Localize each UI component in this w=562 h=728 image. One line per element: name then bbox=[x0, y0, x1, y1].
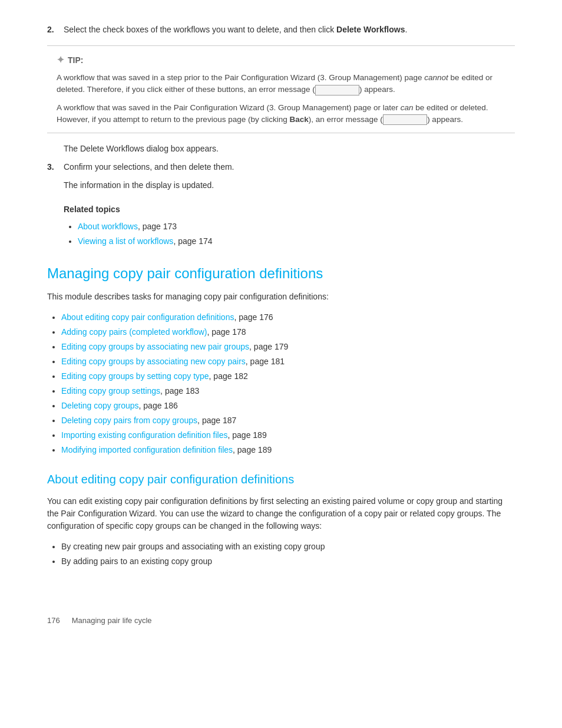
subsection-bullets: By creating new pair groups and associat… bbox=[47, 541, 515, 568]
related-topic-1-link[interactable]: About workflows bbox=[78, 222, 138, 231]
tip-p2-italic: can bbox=[401, 103, 414, 112]
tip-box: ✦ TIP: A workflow that was saved in a st… bbox=[47, 45, 515, 133]
update-text: The information in the display is update… bbox=[47, 179, 515, 192]
section-title: Managing copy pair configuration definit… bbox=[47, 264, 515, 282]
section-link-1: About editing copy pair configuration de… bbox=[61, 311, 515, 324]
tip-p2-bold: Back bbox=[289, 115, 308, 124]
section-link-4: Editing copy groups by associating new c… bbox=[61, 355, 515, 368]
footer: 176 Managing pair life cycle bbox=[47, 615, 515, 627]
related-topic-2-link[interactable]: Viewing a list of workflows bbox=[78, 236, 173, 246]
tip-error-box-2 bbox=[383, 114, 427, 125]
subsection-bullet-2: By adding pairs to an existing copy grou… bbox=[61, 555, 515, 568]
section-link-8: Deleting copy pairs from copy groups, pa… bbox=[61, 414, 515, 427]
section-link-2-anchor[interactable]: Adding copy pairs (completed workflow) bbox=[61, 327, 207, 337]
tip-p1-end: ) appears. bbox=[359, 85, 395, 94]
tip-p1-italic: cannot bbox=[424, 73, 448, 82]
tip-icon: ✦ bbox=[57, 53, 64, 67]
section-link-3: Editing copy groups by associating new p… bbox=[61, 341, 515, 353]
step-2-bold: Delete Workflows bbox=[336, 25, 405, 34]
section-link-7-anchor[interactable]: Deleting copy groups bbox=[61, 401, 139, 410]
section-link-6: Editing copy group settings, page 183 bbox=[61, 385, 515, 397]
step-number-2: 2. bbox=[47, 24, 59, 36]
section-link-10-anchor[interactable]: Modifying imported configuration definit… bbox=[61, 445, 233, 454]
related-topic-1-page: , page 173 bbox=[138, 222, 177, 231]
tip-paragraph-2: A workflow that was saved in the Pair Co… bbox=[57, 102, 505, 126]
step-3: 3. Confirm your selections, and then del… bbox=[47, 161, 515, 173]
section-link-5: Editing copy groups by setting copy type… bbox=[61, 370, 515, 383]
related-topic-1: About workflows, page 173 bbox=[78, 220, 515, 233]
footer-text: Managing pair life cycle bbox=[72, 615, 152, 627]
section-link-6-anchor[interactable]: Editing copy group settings bbox=[61, 386, 160, 396]
tip-error-box-1 bbox=[315, 85, 359, 95]
section-link-2: Adding copy pairs (completed workflow), … bbox=[61, 326, 515, 338]
tip-p2-end: ), an error message ( bbox=[309, 115, 383, 124]
module-intro: This module describes tasks for managing… bbox=[47, 291, 515, 303]
tip-paragraph-1: A workflow that was saved in a step prio… bbox=[57, 72, 505, 96]
section-link-9: Importing existing configuration definit… bbox=[61, 429, 515, 442]
section-link-10: Modifying imported configuration definit… bbox=[61, 444, 515, 456]
tip-p2-final: ) appears. bbox=[427, 115, 463, 124]
step-2: 2. Select the check boxes of the workflo… bbox=[47, 24, 515, 36]
section-link-7: Deleting copy groups, page 186 bbox=[61, 400, 515, 412]
subsection-body: You can edit existing copy pair configur… bbox=[47, 495, 515, 532]
section-link-1-anchor[interactable]: About editing copy pair configuration de… bbox=[61, 312, 234, 322]
related-topics-list: About workflows, page 173 Viewing a list… bbox=[64, 220, 515, 248]
step-3-content: Confirm your selections, and then delete… bbox=[64, 161, 234, 173]
section-link-4-anchor[interactable]: Editing copy groups by associating new c… bbox=[61, 357, 246, 366]
section-links-list: About editing copy pair configuration de… bbox=[47, 311, 515, 456]
section-link-9-anchor[interactable]: Importing existing configuration definit… bbox=[61, 430, 228, 440]
step-2-text: Select the check boxes of the workflows … bbox=[64, 25, 336, 34]
tip-label: TIP: bbox=[68, 54, 83, 67]
related-topics-heading: Related topics bbox=[64, 203, 515, 216]
subsection-title: About editing copy pair configuration de… bbox=[47, 470, 515, 488]
tip-body: A workflow that was saved in a step prio… bbox=[57, 72, 505, 126]
step-2-content: Select the check boxes of the workflows … bbox=[64, 24, 407, 36]
tip-p1-before: A workflow that was saved in a step prio… bbox=[57, 73, 424, 82]
section-link-8-anchor[interactable]: Deleting copy pairs from copy groups bbox=[61, 416, 197, 425]
footer-page-number: 176 bbox=[47, 615, 60, 627]
related-topic-2: Viewing a list of workflows, page 174 bbox=[78, 235, 515, 248]
section-link-3-anchor[interactable]: Editing copy groups by associating new p… bbox=[61, 342, 249, 351]
subsection-bullet-1: By creating new pair groups and associat… bbox=[61, 541, 515, 553]
step-3-text: Confirm your selections, and then delete… bbox=[64, 162, 234, 172]
delete-dialog-text: The Delete Workflows dialog box appears. bbox=[47, 143, 515, 155]
step-number-3: 3. bbox=[47, 161, 59, 173]
related-topic-2-page: , page 174 bbox=[173, 236, 212, 246]
section-link-5-anchor[interactable]: Editing copy groups by setting copy type bbox=[61, 371, 209, 381]
tip-p2-before: A workflow that was saved in the Pair Co… bbox=[57, 103, 401, 112]
related-topics-section: Related topics About workflows, page 173… bbox=[47, 203, 515, 248]
tip-header: ✦ TIP: bbox=[57, 53, 505, 67]
